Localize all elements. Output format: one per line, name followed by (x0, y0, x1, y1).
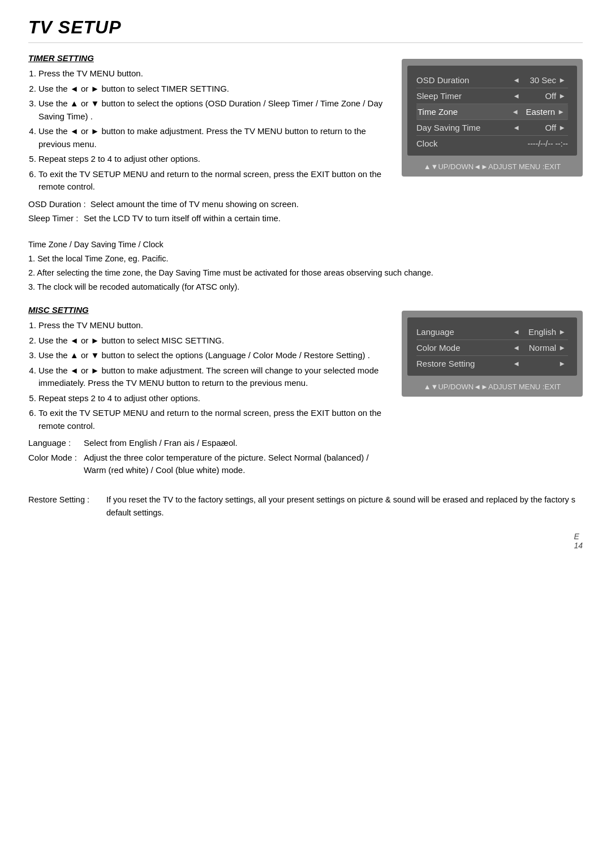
timer-descriptions: OSD Duration : Select amount the time of… (28, 198, 385, 225)
timer-extra-notes: Time Zone / Day Saving Time / Clock 1. S… (28, 238, 583, 295)
osd-duration-menu-label: OSD Duration (416, 75, 510, 85)
list-item: Repeat steps 2 to 4 to adjust other opti… (38, 392, 385, 405)
right-arrow-icon: ► (558, 76, 566, 84)
list-item: To exit the TV SETUP MENU and return to … (38, 168, 385, 194)
extra-step-3: 3. The clock will be recoded automatical… (28, 281, 583, 294)
language-menu-label: Language (416, 327, 510, 337)
osd-duration-desc: OSD Duration : Select amount the time of… (28, 198, 385, 211)
language-value: English (522, 327, 556, 337)
right-arrow-icon: ► (557, 108, 565, 116)
page-footer: E14 (28, 532, 583, 550)
list-item: Press the TV MENU button. (38, 319, 385, 332)
sleep-timer-label: Sleep Timer : (28, 212, 79, 225)
restore-desc-label: Restore Setting : (28, 493, 102, 519)
restore-desc-row: Restore Setting : If you reset the TV to… (28, 493, 583, 519)
sleep-timer-menu-label: Sleep Timer (416, 91, 510, 101)
time-zone-value: Eastern (521, 107, 555, 117)
page-number: E14 (574, 532, 583, 550)
list-item: Use the ◄ or ► button to select TIMER SE… (38, 83, 385, 96)
color-mode-menu-label: Color Mode (416, 343, 510, 353)
sleep-timer-desc: Sleep Timer : Set the LCD TV to turn its… (28, 212, 385, 225)
misc-tv-panel: Language ◄ English ► Color Mode ◄ Normal… (402, 311, 583, 397)
left-arrow-icon: ◄ (513, 359, 520, 368)
osd-duration-row: OSD Duration ◄ 30 Sec ► (416, 72, 568, 88)
sleep-timer-value: Off (522, 91, 556, 101)
timer-setting-heading: TIMER SETTING (28, 53, 385, 63)
list-item: Repeat steps 2 to 4 to adjust other opti… (38, 153, 385, 166)
right-arrow-icon: ► (558, 328, 566, 336)
left-arrow-icon: ◄ (513, 92, 520, 100)
day-saving-value: Off (522, 123, 556, 132)
left-arrow-icon: ◄ (513, 343, 520, 352)
list-item: Use the ▲ or ▼ button to select the opti… (38, 97, 385, 123)
day-saving-menu-label: Day Saving Time (416, 123, 510, 132)
clock-menu-label: Clock (416, 139, 492, 148)
timer-tv-panel: OSD Duration ◄ 30 Sec ► Sleep Timer ◄ Of… (402, 59, 583, 177)
left-arrow-icon: ◄ (513, 328, 520, 336)
sleep-timer-text: Set the LCD TV to turn itself off within… (84, 212, 385, 225)
osd-duration-text: Select amount the time of TV menu showin… (91, 198, 385, 211)
time-zone-row: Time Zone ◄ Eastern ► (416, 104, 568, 120)
right-arrow-icon: ► (558, 343, 566, 352)
color-mode-text: Adjust the three color temperature of th… (84, 452, 385, 477)
restore-desc-block: Restore Setting : If you reset the TV to… (28, 493, 583, 521)
color-mode-label: Color Mode : (28, 452, 79, 477)
list-item: To exit the TV SETUP MENU and return to … (38, 407, 385, 432)
list-item: Use the ◄ or ► button to make adjustment… (38, 125, 385, 151)
timer-setting-section: TIMER SETTING Press the TV MENU button. … (28, 53, 583, 227)
day-saving-row: Day Saving Time ◄ Off ► (416, 120, 568, 136)
left-arrow-icon: ◄ (513, 123, 520, 132)
timezone-heading-extra: Time Zone / Day Saving Time / Clock (28, 238, 583, 251)
restore-setting-row: Restore Setting ◄ ► (416, 356, 568, 371)
color-mode-row: Color Mode ◄ Normal ► (416, 340, 568, 356)
list-item: Use the ◄ or ► button to select MISC SET… (38, 334, 385, 347)
extra-step-2: 2. After selecting the time zone, the Da… (28, 267, 583, 280)
timer-setting-text: TIMER SETTING Press the TV MENU button. … (28, 53, 385, 227)
list-item: Press the TV MENU button. (38, 67, 385, 80)
misc-tv-panel-inner: Language ◄ English ► Color Mode ◄ Normal… (407, 317, 577, 376)
time-zone-menu-label: Time Zone (418, 107, 509, 117)
clock-row: Clock ----/--/-- --:-- (416, 136, 568, 151)
language-desc: Language : Select from English / Fran ai… (28, 437, 385, 450)
misc-setting-panel: Language ◄ English ► Color Mode ◄ Normal… (402, 305, 583, 479)
osd-duration-label: OSD Duration : (28, 198, 86, 211)
language-text: Select from English / Fran ais / Espaæol… (84, 437, 385, 450)
color-mode-desc: Color Mode : Adjust the three color temp… (28, 452, 385, 477)
right-arrow-icon: ► (558, 359, 566, 368)
timer-setting-panel: OSD Duration ◄ 30 Sec ► Sleep Timer ◄ Of… (402, 53, 583, 227)
timer-panel-footer: ▲▼UP/DOWN◄►ADJUST MENU :EXIT (407, 160, 577, 171)
left-arrow-icon: ◄ (513, 76, 520, 84)
misc-setting-steps: Press the TV MENU button. Use the ◄ or ►… (28, 319, 385, 432)
sleep-timer-row: Sleep Timer ◄ Off ► (416, 88, 568, 104)
misc-setting-heading: MISC SETTING (28, 305, 385, 315)
misc-setting-section: MISC SETTING Press the TV MENU button. U… (28, 305, 583, 479)
left-arrow-icon: ◄ (511, 108, 519, 116)
language-label: Language : (28, 437, 79, 450)
misc-setting-text: MISC SETTING Press the TV MENU button. U… (28, 305, 385, 479)
osd-duration-value: 30 Sec (522, 75, 556, 85)
clock-value: ----/--/-- --:-- (492, 139, 568, 148)
content-area: TIMER SETTING Press the TV MENU button. … (28, 53, 583, 521)
timer-setting-steps: Press the TV MENU button. Use the ◄ or ►… (28, 67, 385, 194)
list-item: Use the ◄ or ► button to make adjustment… (38, 364, 385, 390)
language-row: Language ◄ English ► (416, 324, 568, 340)
right-arrow-icon: ► (558, 123, 566, 132)
right-arrow-icon: ► (558, 92, 566, 100)
misc-descriptions: Language : Select from English / Fran ai… (28, 437, 385, 477)
extra-step-1: 1. Set the local Time Zone, eg. Pacific. (28, 252, 583, 265)
restore-desc-text: If you reset the TV to the factory setti… (106, 493, 583, 519)
misc-panel-footer: ▲▼UP/DOWN◄►ADJUST MENU :EXIT (407, 380, 577, 391)
restore-setting-menu-label: Restore Setting (416, 359, 510, 368)
timer-tv-panel-inner: OSD Duration ◄ 30 Sec ► Sleep Timer ◄ Of… (407, 66, 577, 156)
list-item: Use the ▲ or ▼ button to select the opti… (38, 349, 385, 362)
page-title: TV SETUP (28, 17, 583, 43)
color-mode-value: Normal (522, 343, 556, 353)
